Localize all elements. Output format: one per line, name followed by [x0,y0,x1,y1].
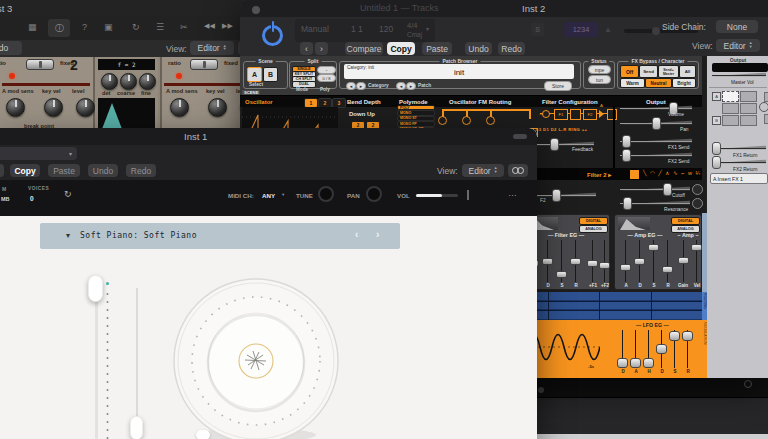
fx-off-button[interactable]: Off [620,65,639,78]
patch-prev-button[interactable]: ◂ [396,82,406,90]
envelope-lcd[interactable] [98,98,155,131]
preset-chevron-icon[interactable]: ▾ [66,231,70,240]
lfo-a-slider[interactable] [630,330,642,368]
inst2-collapse-pill[interactable] [252,6,260,14]
character-neutral-button[interactable]: Neutral [645,78,672,88]
op3-keyvel-knob[interactable] [208,98,227,117]
copy-button[interactable]: Copy [387,42,415,55]
vol-slider[interactable] [416,194,458,197]
amp-eg-a-slider[interactable] [620,240,632,282]
poly-value[interactable]: 0 / 8 [317,74,336,82]
inst2-next-button[interactable]: › [315,42,328,55]
inst1-view-selector[interactable]: Editor▲▼ [462,164,504,177]
main-dial[interactable] [167,275,345,439]
rewind-icon[interactable]: ◀◀ [204,22,215,30]
inst1-paste-button[interactable]: Paste [48,164,80,177]
inst2-prev-button[interactable]: ‹ [300,42,313,55]
expression-fader-handle[interactable] [88,275,103,302]
inst1-titlebar[interactable]: Inst 1 [0,128,537,145]
filter-eg-d-slider[interactable] [542,240,554,282]
character-warm-button[interactable]: Warm [620,78,645,88]
fc-f2-box[interactable]: F2 [583,109,597,120]
op3-modsens-knob[interactable] [170,98,189,117]
fx-slot-b[interactable]: B [712,116,721,125]
resonance-mod-button[interactable] [692,198,703,209]
expression-fader-track[interactable] [95,278,98,439]
filter-eg-f1-slider[interactable] [587,240,599,282]
patch-name-box[interactable]: Category: init init [344,64,574,79]
amp-eg-r-slider[interactable] [662,240,674,282]
patch-next-button[interactable]: ▸ [406,82,416,90]
op3-ratio-fixed-switch[interactable] [190,59,218,70]
preset-next-button[interactable]: › [376,229,379,240]
mixer-icon[interactable]: ☰ [156,22,164,32]
amp-gain-slider[interactable] [678,240,690,282]
inst3-redo-button[interactable]: Redo [0,41,22,55]
amp-eg-digital-toggle[interactable]: DIGITAL [671,217,700,225]
amp-eg-d-slider[interactable] [634,240,646,282]
op2-level-knob[interactable] [76,98,95,117]
fx-slot[interactable] [764,92,768,102]
filter-eg-f2-slider[interactable] [599,240,611,282]
lfo-d2-slider[interactable] [656,330,668,368]
paste-button[interactable]: Paste [422,42,452,55]
redo-button[interactable]: Redo [498,42,525,55]
inst2-view-selector[interactable]: Editor▲▼ [716,39,760,52]
refresh-icon[interactable]: ↻ [64,189,72,199]
pan-knob[interactable] [366,186,382,202]
side-chain-selector[interactable]: None [716,20,758,33]
side-strip-modulation[interactable]: MODULATION [702,320,707,378]
fx-send-button[interactable]: Send [639,65,658,78]
inst1-link-button[interactable] [508,164,528,177]
tune-knob[interactable] [318,186,334,202]
category-prev-button[interactable]: ◂ [346,82,356,90]
filter-config-diagram[interactable]: F1 F2 A [540,107,614,125]
mpe-button[interactable]: mpe [588,65,611,74]
fx-all-button[interactable]: All [679,65,696,78]
cutoff-mod-button[interactable] [692,184,703,195]
inst3-view-selector[interactable]: Editor ▲▼ [190,41,234,55]
tun-button[interactable]: tun [588,75,611,84]
inst1-copy-button[interactable]: Copy [10,164,40,177]
inst2-titlebar[interactable]: Untitled 1 — Tracks Inst 2 [240,0,768,17]
category-next-button[interactable]: ▸ [356,82,366,90]
scene-a-button[interactable]: A [247,67,262,82]
inst1-redo-button[interactable]: Redo [126,164,156,177]
fx-routing-grid[interactable]: A B [707,90,768,142]
side-strip-routing[interactable]: ROUTING [702,292,707,320]
character-bright-button[interactable]: Bright [672,78,696,88]
store-button[interactable]: Store [544,81,572,91]
filter-type-icons[interactable]: ╲ ◠ ╱ ∧ ∿ ⌐ w ¼ [643,170,701,176]
preset-prev-button[interactable]: ‹ [355,229,358,240]
inst1-collapse-pill[interactable] [513,134,527,139]
cut-icon[interactable]: ✂ [180,22,188,32]
insert-fx-selector[interactable]: A Insert FX 1 [710,173,768,184]
filter-eg-digital-toggle[interactable]: DIGITAL [579,217,608,225]
power-icon[interactable] [260,21,286,47]
inst1-undo-button[interactable]: Undo [88,164,118,177]
info-icon[interactable]: ⓘ [55,22,64,35]
fx-slot[interactable] [764,114,768,124]
op2-keyvel-knob[interactable] [44,98,63,117]
undo-button[interactable]: Undo [465,42,492,55]
help-icon[interactable]: ? [82,22,87,32]
det-knob[interactable] [101,73,118,90]
overflow-menu-icon[interactable]: … [508,188,517,198]
lfo-h-slider[interactable] [643,330,655,368]
coarse-knob[interactable] [120,73,137,90]
filter2-tab[interactable]: Filter 2 ▸ [587,171,611,178]
split-value[interactable]: - [317,66,336,74]
amp-eg-s-slider[interactable] [648,240,660,282]
forward-icon[interactable]: ▶▶ [222,22,233,30]
cycle-icon[interactable]: ↻ [132,22,140,32]
fx-slot[interactable] [722,103,739,114]
inst1-clipped-button[interactable] [0,164,4,177]
filter-type-selected[interactable] [630,170,639,179]
fx-sendmaster-button[interactable]: Send+Master [658,65,679,78]
fx-slot[interactable] [740,115,757,126]
dynamics-fader-handle[interactable] [130,416,143,439]
lfo-d1-slider[interactable] [617,330,629,368]
midi-ch-value[interactable]: ANY [262,192,275,199]
fx-slot-a[interactable]: A [712,92,721,101]
filter-eg-r-slider[interactable] [570,240,582,282]
